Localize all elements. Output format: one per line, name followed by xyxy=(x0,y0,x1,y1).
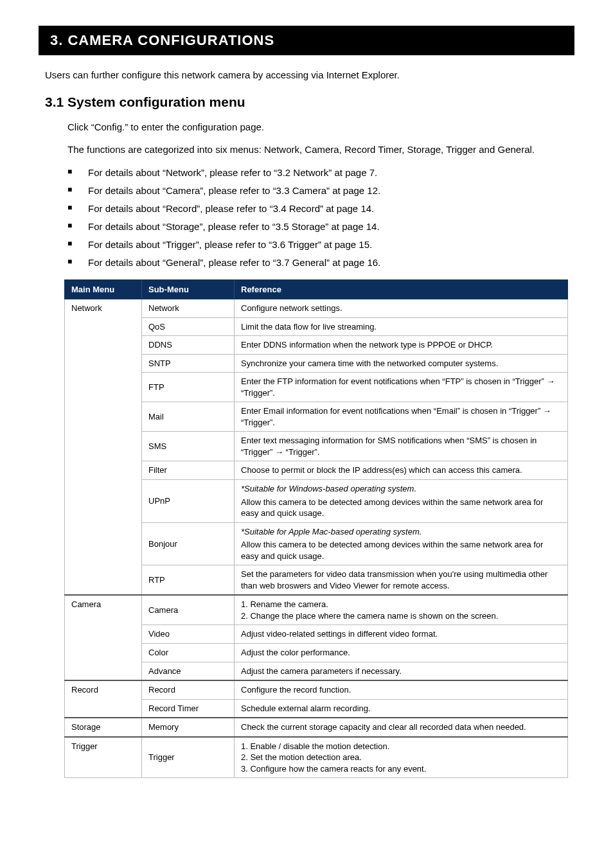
table-row: Network Network Configure network settin… xyxy=(65,299,568,318)
cell-ref: Enter text messaging information for SMS… xyxy=(235,432,568,461)
list-item: For details about “Camera”, please refer… xyxy=(67,183,568,199)
cell-main-network: Network xyxy=(65,299,142,596)
cell-ref: Enter Email information for event notifi… xyxy=(235,402,568,432)
cell-main-trigger: Trigger xyxy=(65,737,142,778)
cell-ref: Adjust video-related settings in differe… xyxy=(235,625,568,644)
cell-sub: Record xyxy=(142,680,235,699)
cell-sub: DDNS xyxy=(142,336,235,355)
cell-ref: Set the parameters for video data transm… xyxy=(235,565,568,596)
th-reference: Reference xyxy=(235,280,568,299)
cell-ref: Configure the record function. xyxy=(235,680,568,699)
cell-sub: Advance xyxy=(142,662,235,680)
table-row: Storage Memory Check the current storage… xyxy=(65,718,568,737)
cell-ref: Check the current storage capacity and c… xyxy=(235,718,568,737)
cell-ref: *Suitable for Windows-based operating sy… xyxy=(235,480,568,523)
intro-text: Users can further configure this network… xyxy=(45,69,568,80)
cell-sub: SMS xyxy=(142,432,235,461)
list-item: For details about “General”, please refe… xyxy=(67,255,568,270)
bonjour-body: Allow this camera to be detected among d… xyxy=(241,539,561,562)
cell-sub: Bonjour xyxy=(142,522,235,565)
cell-ref: *Suitable for Apple Mac-based operating … xyxy=(235,522,568,565)
cell-ref: Enter DDNS information when the network … xyxy=(235,336,568,355)
camera-ref-line1: 1. Rename the camera. xyxy=(241,599,561,610)
trigger-ref-line2: 2. Set the motion detection area. xyxy=(241,752,561,763)
cell-sub: Network xyxy=(142,299,235,318)
list-item: For details about “Trigger”, please refe… xyxy=(67,237,568,252)
cell-ref: Enter the FTP information for event noti… xyxy=(235,373,568,402)
cell-ref: Synchronize your camera time with the ne… xyxy=(235,354,568,373)
cell-sub: Record Timer xyxy=(142,699,235,718)
list-item: For details about “Storage”, please refe… xyxy=(67,219,568,235)
cell-main-storage: Storage xyxy=(65,718,142,737)
cell-sub: Color xyxy=(142,644,235,662)
cell-ref: Adjust the camera parameters if necessar… xyxy=(235,662,568,680)
list-item: For details about “Record”, please refer… xyxy=(67,201,568,217)
cell-sub: Mail xyxy=(142,402,235,432)
cell-sub: Trigger xyxy=(142,737,235,778)
table-row: Trigger Trigger 1. Enable / disable the … xyxy=(65,737,568,778)
cell-sub: SNTP xyxy=(142,354,235,373)
cell-sub: RTP xyxy=(142,565,235,596)
list-item: For details about “Network”, please refe… xyxy=(67,165,568,181)
camera-ref-line2: 2. Change the place where the camera nam… xyxy=(241,610,561,622)
table-row: Camera Camera 1. Rename the camera. 2. C… xyxy=(65,595,568,625)
cell-ref: Limit the data flow for live streaming. xyxy=(235,317,568,336)
cell-ref: 1. Rename the camera. 2. Change the plac… xyxy=(235,595,568,625)
cell-ref: Configure network settings. xyxy=(235,299,568,318)
th-main-menu: Main Menu xyxy=(65,280,142,299)
chapter-heading: 3. CAMERA CONFIGURATIONS xyxy=(39,26,574,55)
cell-sub: Video xyxy=(142,625,235,644)
cell-sub: Camera xyxy=(142,595,235,625)
cell-sub: Memory xyxy=(142,718,235,737)
menu-table: Main Menu Sub-Menu Reference Network Net… xyxy=(64,279,568,778)
bonjour-note: *Suitable for Apple Mac-based operating … xyxy=(241,527,422,536)
cell-ref: 1. Enable / disable the motion detection… xyxy=(235,737,568,778)
upnp-note: *Suitable for Windows-based operating sy… xyxy=(241,484,416,493)
trigger-ref-line3: 3. Configure how the camera reacts for a… xyxy=(241,763,561,775)
upnp-body: Allow this camera to be detected among d… xyxy=(241,497,561,519)
cell-sub: UPnP xyxy=(142,480,235,523)
section-heading: 3.1 System configuration menu xyxy=(45,94,568,110)
cell-main-camera: Camera xyxy=(65,595,142,680)
cell-sub: FTP xyxy=(142,373,235,402)
table-row: Record Record Configure the record funct… xyxy=(65,680,568,699)
body-paragraph: The functions are categorized into six m… xyxy=(67,143,568,156)
trigger-ref-line1: 1. Enable / disable the motion detection… xyxy=(241,741,561,752)
body-paragraph: Click “Config.” to enter the configurati… xyxy=(67,120,568,134)
cell-main-record: Record xyxy=(65,680,142,718)
cell-sub: QoS xyxy=(142,317,235,336)
cell-sub: Filter xyxy=(142,461,235,480)
cell-ref: Choose to permit or block the IP address… xyxy=(235,461,568,480)
cell-ref: Adjust the color performance. xyxy=(235,644,568,662)
th-sub-menu: Sub-Menu xyxy=(142,280,235,299)
cell-ref: Schedule external alarm recording. xyxy=(235,699,568,718)
table-header-row: Main Menu Sub-Menu Reference xyxy=(65,280,568,299)
bullet-list: For details about “Network”, please refe… xyxy=(67,165,568,270)
